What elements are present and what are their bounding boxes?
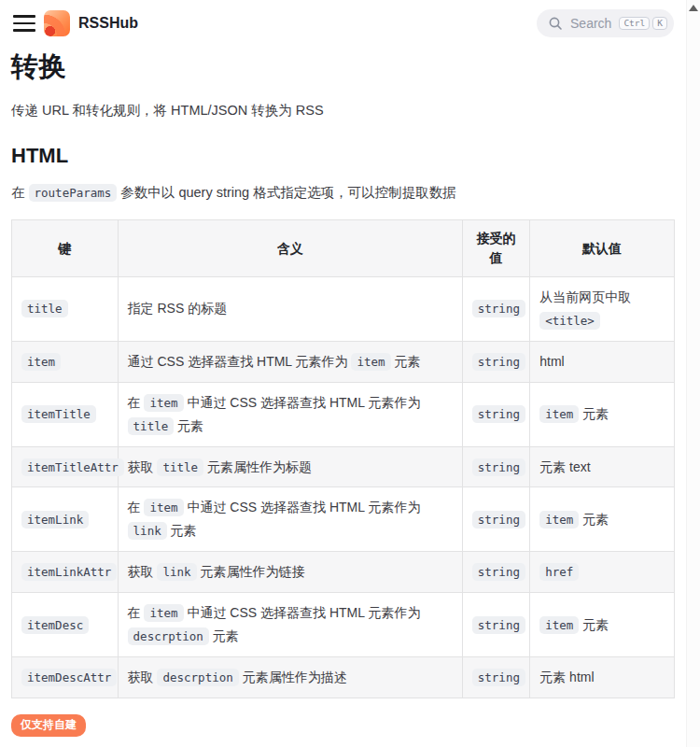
table-cell-meaning: 指定 RSS 的标题 xyxy=(118,277,462,342)
table-cell-accepts: string xyxy=(462,446,529,487)
inline-code: string xyxy=(472,353,525,371)
inline-code: string xyxy=(472,669,525,686)
search-label: Search xyxy=(570,16,611,31)
inline-code: item xyxy=(539,405,579,423)
table-cell-key: itemTitleAttr xyxy=(12,446,119,487)
scroll-up-arrow-icon[interactable] xyxy=(689,5,698,11)
table-cell-accepts: string xyxy=(462,382,529,446)
table-row: itemTitleAttr获取 title 元素属性作为标题string元素 t… xyxy=(12,446,675,487)
table-cell-meaning: 获取 link 元素属性作为链接 xyxy=(118,552,462,593)
table-cell-meaning: 在 item 中通过 CSS 选择器查找 HTML 元素作为 descrptio… xyxy=(118,593,462,657)
table-row: itemTitle在 item 中通过 CSS 选择器查找 HTML 元素作为 … xyxy=(12,382,675,446)
inline-code: string xyxy=(472,563,525,581)
table-cell-default: item 元素 xyxy=(530,382,675,446)
inline-code: string xyxy=(472,405,525,423)
table-cell-key: itemLink xyxy=(12,487,119,552)
kbd-ctrl: Ctrl xyxy=(619,17,650,31)
table-cell-meaning: 获取 descrption 元素属性作为描述 xyxy=(118,656,462,698)
table-cell-default: item 元素 xyxy=(530,487,675,552)
inline-code: string xyxy=(472,511,525,529)
params-table-head: 键 含义 接受的值 默认值 xyxy=(12,220,675,277)
col-header-accepts: 接受的值 xyxy=(462,220,529,277)
inline-code: title xyxy=(21,300,68,317)
table-cell-meaning: 获取 title 元素属性作为标题 xyxy=(118,446,462,487)
kbd-k: K xyxy=(652,17,667,31)
table-cell-key: title xyxy=(12,277,119,342)
self-hosted-badge: 仅支持自建 xyxy=(11,714,86,737)
inline-code: item xyxy=(539,511,579,529)
inline-code: itemTitle xyxy=(21,405,96,423)
inline-code: string xyxy=(472,300,525,317)
doc-content: 转换 传递 URL 和转化规则，将 HTML/JSON 转换为 RSS HTML… xyxy=(0,49,686,747)
inline-code: title xyxy=(128,417,175,435)
inline-code: itemLinkAttr xyxy=(21,563,117,581)
table-cell-default: 元素 html xyxy=(530,656,675,698)
table-cell-key: itemTitle xyxy=(12,382,119,446)
inline-code: itemTitleAttr xyxy=(21,458,124,476)
params-table-body: title指定 RSS 的标题string从当前网页中取 <title>item… xyxy=(12,277,675,698)
table-cell-accepts: string xyxy=(462,552,529,593)
table-row: itemDescAttr获取 descrption 元素属性作为描述string… xyxy=(12,656,675,698)
table-cell-accepts: string xyxy=(462,277,529,342)
inline-code: item xyxy=(351,353,390,371)
table-cell-default: href xyxy=(530,552,675,593)
col-header-key: 键 xyxy=(12,220,119,277)
inline-code: <title> xyxy=(539,312,600,330)
table-row: title指定 RSS 的标题string从当前网页中取 <title> xyxy=(12,277,675,342)
table-cell-accepts: string xyxy=(462,341,529,382)
table-row: itemLink在 item 中通过 CSS 选择器查找 HTML 元素作为 l… xyxy=(12,487,675,552)
table-cell-key: item xyxy=(12,341,119,382)
table-cell-accepts: string xyxy=(462,487,529,552)
inline-code: itemDescAttr xyxy=(21,669,117,686)
inline-code: itemDesc xyxy=(21,616,89,634)
inline-code: string xyxy=(472,616,525,634)
table-cell-default: item 元素 xyxy=(530,593,675,657)
table-cell-meaning: 在 item 中通过 CSS 选择器查找 HTML 元素作为 title 元素 xyxy=(118,382,462,446)
inline-code: link xyxy=(128,522,167,540)
hamburger-menu-icon[interactable] xyxy=(13,15,35,32)
section-intro: 在 routeParams 参数中以 query string 格式指定选项，可… xyxy=(11,184,675,202)
brand-title[interactable]: RSSHub xyxy=(78,15,138,32)
inline-code: link xyxy=(157,563,196,581)
page-title: 转换 xyxy=(11,49,675,86)
inline-code: descrption xyxy=(128,627,209,645)
search-icon xyxy=(548,16,563,31)
inline-code: item xyxy=(21,353,61,371)
inline-code: item xyxy=(539,616,579,634)
section-heading-html: HTML xyxy=(11,144,675,168)
inline-code: itemLink xyxy=(21,511,89,529)
inline-code: descrption xyxy=(157,669,238,686)
params-table: 键 含义 接受的值 默认值 title指定 RSS 的标题string从当前网页… xyxy=(11,219,675,698)
table-cell-default: 元素 text xyxy=(530,446,675,487)
inline-code: string xyxy=(472,458,525,476)
table-cell-key: itemDesc xyxy=(12,593,119,657)
inline-code: title xyxy=(157,458,203,476)
table-row: itemLinkAttr获取 link 元素属性作为链接stringhref xyxy=(12,552,675,593)
table-cell-meaning: 通过 CSS 选择器查找 HTML 元素作为 item 元素 xyxy=(118,341,462,382)
search-button[interactable]: Search Ctrl K xyxy=(537,9,674,37)
table-cell-meaning: 在 item 中通过 CSS 选择器查找 HTML 元素作为 link 元素 xyxy=(118,487,462,552)
col-header-default: 默认值 xyxy=(530,220,675,277)
scrollbar[interactable] xyxy=(686,0,700,747)
page: RSSHub Search Ctrl K 转换 传递 URL 和转化规则，将 H… xyxy=(0,0,700,747)
inline-code: item xyxy=(144,604,183,622)
table-cell-default: 从当前网页中取 <title> xyxy=(530,277,675,342)
table-cell-default: html xyxy=(530,341,675,382)
table-row: item通过 CSS 选择器查找 HTML 元素作为 item 元素string… xyxy=(12,341,675,382)
col-header-meaning: 含义 xyxy=(118,220,462,277)
top-nav: RSSHub Search Ctrl K xyxy=(0,0,686,47)
rsshub-logo-icon[interactable] xyxy=(44,10,70,36)
table-cell-key: itemLinkAttr xyxy=(12,552,119,593)
table-cell-accepts: string xyxy=(462,656,529,698)
table-row: itemDesc在 item 中通过 CSS 选择器查找 HTML 元素作为 d… xyxy=(12,593,675,657)
inline-code: routeParams xyxy=(29,184,118,202)
inline-code: item xyxy=(144,394,183,412)
search-shortcut: Ctrl K xyxy=(619,17,667,31)
table-cell-key: itemDescAttr xyxy=(12,656,119,698)
table-cell-accepts: string xyxy=(462,593,529,657)
inline-code: href xyxy=(539,563,579,581)
table-header-row: 键 含义 接受的值 默认值 xyxy=(12,220,675,277)
page-lead: 传递 URL 和转化规则，将 HTML/JSON 转换为 RSS xyxy=(11,102,675,120)
inline-code: item xyxy=(144,499,183,516)
